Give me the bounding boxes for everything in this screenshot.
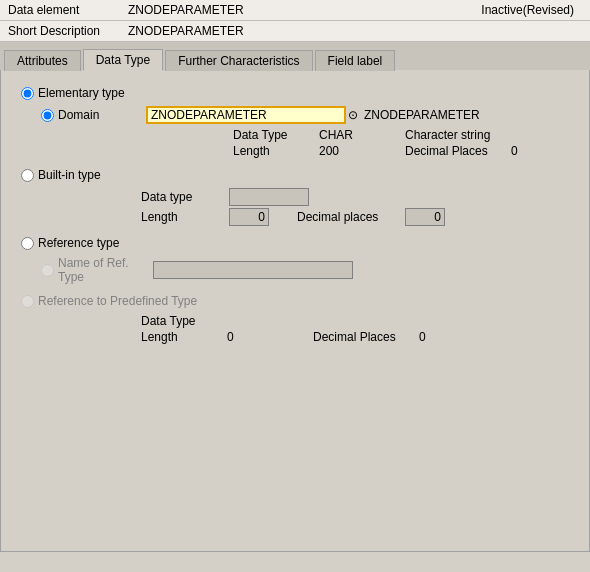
elementary-type-label: Elementary type	[38, 86, 125, 100]
short-description-label: Short Description	[8, 24, 128, 38]
builtin-data-type-label: Data type	[141, 190, 221, 204]
ref-name-label: Name of Ref. Type	[58, 256, 153, 284]
length-label: Length	[233, 144, 313, 158]
reference-type-label: Reference type	[38, 236, 119, 250]
domain-search-icon[interactable]: ⊙	[348, 108, 358, 122]
builtin-length-input[interactable]	[229, 208, 269, 226]
domain-radio[interactable]	[41, 109, 54, 122]
tabs-container: Attributes Data Type Further Characteris…	[0, 42, 590, 70]
length-value: 200	[319, 144, 399, 158]
builtin-length-label: Length	[141, 210, 221, 224]
elementary-type-radio[interactable]	[21, 87, 34, 100]
tab-further-characteristics[interactable]: Further Characteristics	[165, 50, 312, 71]
decimal-places-label: Decimal Places	[405, 144, 505, 158]
tab-attributes[interactable]: Attributes	[4, 50, 81, 71]
ref-name-radio	[41, 264, 54, 277]
pred-decimal-value: 0	[419, 330, 426, 344]
short-description-value: ZNODEPARAMETER	[128, 24, 244, 38]
builtin-data-type-input[interactable]	[229, 188, 309, 206]
tab-data-type[interactable]: Data Type	[83, 49, 163, 71]
builtin-type-section: Built-in type Data type Length Decimal p…	[21, 168, 569, 226]
length-row: Length 200 Decimal Places 0	[233, 144, 569, 158]
data-element-value: ZNODEPARAMETER	[128, 3, 244, 17]
builtin-type-radio[interactable]	[21, 169, 34, 182]
predefined-type-row: Reference to Predefined Type	[21, 294, 569, 308]
builtin-decimal-label: Decimal places	[297, 210, 397, 224]
pred-length-row: Length 0 Decimal Places 0	[141, 330, 569, 344]
char-string-label: Character string	[405, 128, 490, 142]
main-content: Elementary type Domain ⊙ ZNODEPARAMETER …	[0, 70, 590, 552]
domain-display-value: ZNODEPARAMETER	[364, 108, 480, 122]
ref-name-row: Name of Ref. Type	[41, 256, 569, 284]
data-type-label: Data Type	[233, 128, 313, 142]
tab-field-label[interactable]: Field label	[315, 50, 396, 71]
data-type-row: Data Type CHAR Character string	[233, 128, 569, 142]
predefined-details: Data Type Length 0 Decimal Places 0	[141, 314, 569, 344]
decimal-places-value: 0	[511, 144, 518, 158]
predefined-type-radio	[21, 295, 34, 308]
builtin-length-row: Length Decimal places	[141, 208, 569, 226]
reference-type-row: Reference type	[21, 236, 569, 250]
pred-data-type-row: Data Type	[141, 314, 569, 328]
elementary-type-section: Elementary type Domain ⊙ ZNODEPARAMETER …	[21, 86, 569, 158]
predefined-type-section: Reference to Predefined Type Data Type L…	[21, 294, 569, 344]
domain-row: Domain ⊙ ZNODEPARAMETER	[41, 106, 569, 124]
ref-name-input[interactable]	[153, 261, 353, 279]
builtin-data-type-row: Data type	[141, 188, 569, 206]
data-type-value: CHAR	[319, 128, 399, 142]
data-element-row: Data element ZNODEPARAMETER Inactive(Rev…	[0, 0, 590, 21]
predefined-type-label: Reference to Predefined Type	[38, 294, 197, 308]
pred-data-type-label: Data Type	[141, 314, 221, 328]
domain-input[interactable]	[146, 106, 346, 124]
data-element-label: Data element	[8, 3, 128, 17]
reference-type-section: Reference type Name of Ref. Type	[21, 236, 569, 284]
builtin-decimal-input[interactable]	[405, 208, 445, 226]
status-value: Inactive(Revised)	[481, 3, 574, 17]
elementary-type-row: Elementary type	[21, 86, 569, 100]
builtin-fields: Data type Length Decimal places	[41, 188, 569, 226]
reference-type-radio[interactable]	[21, 237, 34, 250]
pred-length-value: 0	[227, 330, 307, 344]
short-description-row: Short Description ZNODEPARAMETER	[0, 21, 590, 42]
builtin-type-label: Built-in type	[38, 168, 101, 182]
domain-label: Domain	[58, 108, 146, 122]
builtin-type-row: Built-in type	[21, 168, 569, 182]
pred-decimal-label: Decimal Places	[313, 330, 413, 344]
domain-details: Data Type CHAR Character string Length 2…	[233, 128, 569, 158]
pred-length-label: Length	[141, 330, 221, 344]
